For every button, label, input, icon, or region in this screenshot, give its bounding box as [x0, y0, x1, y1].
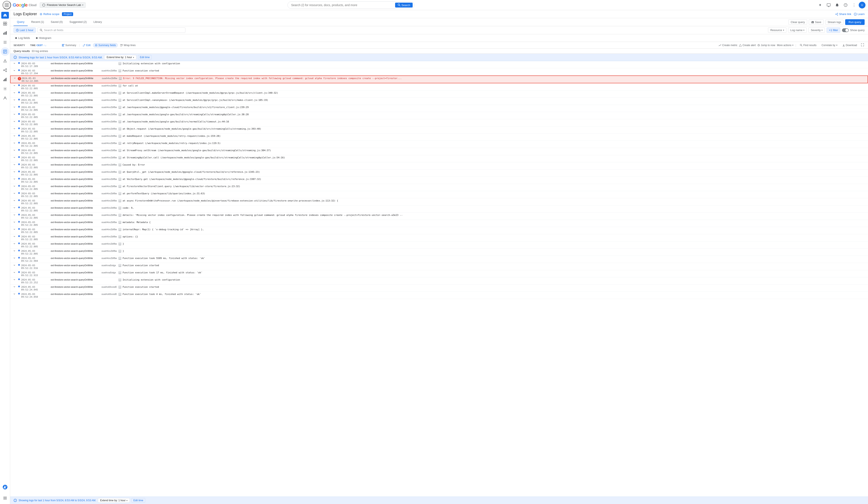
share-link-button[interactable]: Share link	[835, 12, 851, 16]
log-entry[interactable]: 2024-05-03 09:52:17.394ext-firestore-vec…	[10, 68, 868, 75]
severity-column-header[interactable]: Severity	[13, 44, 25, 47]
wrap-lines-button[interactable]: Wrap lines	[119, 43, 137, 47]
expand-row-icon[interactable]	[13, 148, 17, 152]
log-entry[interactable]: 2024-05-03 09:52:24.045ext-firestore-vec…	[10, 285, 868, 292]
log-entry[interactable]: 2024-05-03 09:52:22.805ext-firestore-vec…	[10, 220, 868, 227]
expand-row-icon[interactable]	[13, 112, 17, 116]
severity-filter-button[interactable]: Severity ▾	[808, 28, 825, 33]
log-entry[interactable]: 2024-05-03 09:52:22.904ext-firestore-vec…	[10, 256, 868, 263]
search-all-fields-input[interactable]: Search all fields	[38, 28, 185, 33]
log-entry[interactable]: 2024-05-03 09:52:22.805ext-firestore-vec…	[10, 205, 868, 213]
expand-row-icon[interactable]	[13, 170, 17, 173]
expand-row-icon[interactable]	[13, 235, 17, 238]
tab-query[interactable]: Query	[13, 18, 28, 26]
log-fields-button[interactable]: Log fields	[13, 35, 32, 40]
stream-logs-button[interactable]: Stream logs	[825, 20, 844, 25]
expand-row-icon[interactable]	[13, 220, 17, 224]
jump-to-now-button[interactable]: Jump to now	[757, 44, 775, 47]
expand-row-icon[interactable]	[13, 141, 17, 144]
log-entry[interactable]: 2024-05-03 09:52:22.916ext-firestore-vec…	[10, 263, 868, 270]
sidebar-item-home[interactable]	[1, 12, 9, 19]
time-range-button[interactable]: Last 1 hour	[13, 28, 36, 33]
additional-filter-button[interactable]: +1 filter	[827, 28, 840, 33]
expand-row-icon[interactable]	[13, 192, 17, 195]
log-entry[interactable]: 2024-05-03 09:52:23.252ext-firestore-vec…	[10, 277, 868, 285]
time-column-header[interactable]: Time CEST ↑ ↓	[30, 44, 46, 47]
expand-row-icon[interactable]	[14, 76, 17, 80]
expand-row-icon[interactable]	[13, 177, 17, 180]
extend-time-button[interactable]: Extend time by: 1 hour ▾	[104, 55, 136, 60]
log-entry[interactable]: 2024-05-03 09:52:22.805ext-firestore-vec…	[10, 169, 868, 177]
notifications-icon-button[interactable]	[833, 1, 841, 9]
expand-row-icon[interactable]	[13, 69, 17, 72]
extend-time-button-bottom[interactable]: Extend time by: 1 hour ▾	[98, 498, 130, 503]
expand-row-icon[interactable]	[13, 292, 17, 295]
create-metric-button[interactable]: Create metric	[719, 44, 737, 47]
log-entry[interactable]: 2024-05-03 09:52:22.805ext-firestore-vec…	[10, 249, 868, 256]
expand-row-icon[interactable]	[13, 278, 17, 281]
expand-row-icon[interactable]	[13, 256, 17, 259]
expand-row-icon[interactable]	[13, 91, 17, 94]
correlate-by-button[interactable]: Correlate by ▾	[820, 43, 839, 47]
download-button[interactable]: Download	[841, 43, 859, 47]
log-entry[interactable]: 2024-05-03 09:52:22.805ext-firestore-vec…	[10, 241, 868, 249]
sort-up-arrow[interactable]: ↑	[43, 44, 45, 47]
expand-row-icon[interactable]	[13, 120, 17, 123]
expand-row-icon[interactable]	[13, 227, 17, 231]
sort-down-arrow[interactable]: ↓	[45, 44, 46, 47]
expand-row-icon[interactable]	[13, 134, 17, 137]
expand-row-icon[interactable]	[13, 84, 17, 87]
expand-row-icon[interactable]	[13, 184, 17, 187]
show-query-toggle[interactable]: Show query	[842, 28, 865, 32]
expand-row-icon[interactable]	[13, 105, 17, 109]
find-results-button[interactable]: Find results	[798, 43, 818, 47]
hamburger-button[interactable]	[2, 1, 11, 9]
sidebar-item-list[interactable]	[1, 38, 9, 47]
sidebar-item-charts[interactable]	[1, 29, 9, 37]
log-entry[interactable]: 2024-05-03 09:52:22.805ext-firestore-vec…	[10, 198, 868, 205]
clear-query-button[interactable]: Clear query	[788, 19, 807, 25]
log-entry[interactable]: !2024-05-03 09:52:22.805ext-firestore-ve…	[10, 75, 868, 83]
help-icon-button[interactable]: ?	[842, 1, 849, 9]
log-entry[interactable]: 2024-05-03 09:52:22.805ext-firestore-vec…	[10, 177, 868, 184]
create-alert-button[interactable]: Create alert	[739, 44, 756, 47]
sidebar-item-user[interactable]	[1, 94, 9, 102]
learn-button[interactable]: ? Learn	[854, 12, 865, 16]
global-search-button[interactable]: Search	[395, 2, 413, 7]
log-entry[interactable]: 2024-05-03 09:52:22.933ext-firestore-vec…	[10, 270, 868, 277]
expand-all-button[interactable]	[860, 43, 865, 48]
expand-row-icon[interactable]	[13, 156, 17, 159]
expand-row-icon[interactable]	[13, 127, 17, 130]
log-entry[interactable]: 2024-05-03 09:52:22.805ext-firestore-vec…	[10, 191, 868, 198]
expand-row-icon[interactable]	[13, 285, 17, 288]
monitor-icon-button[interactable]	[825, 1, 833, 9]
log-entry[interactable]: 2024-05-03 09:52:22.805ext-firestore-vec…	[10, 112, 868, 119]
sidebar-item-menu[interactable]	[1, 494, 9, 502]
sidebar-item-logs[interactable]	[1, 47, 9, 56]
log-entry[interactable]: 2024-05-03 09:52:22.805ext-firestore-vec…	[10, 91, 868, 98]
expand-row-icon[interactable]	[13, 98, 17, 101]
expand-row-icon[interactable]	[13, 249, 17, 252]
expand-row-icon[interactable]	[13, 242, 17, 245]
log-entry[interactable]: 2024-05-03 09:52:22.805ext-firestore-vec…	[10, 134, 868, 141]
log-entry[interactable]: 2024-05-03 09:52:22.805ext-firestore-vec…	[10, 83, 868, 91]
sidebar-item-dashboard[interactable]	[1, 19, 9, 28]
tab-suggested[interactable]: Suggested (2)	[66, 18, 90, 26]
more-actions-button[interactable]: More actions ▾	[777, 44, 793, 47]
refine-scope-button[interactable]: Refine scope	[40, 12, 59, 16]
tab-library[interactable]: Library	[90, 18, 105, 26]
log-entry[interactable]: 2024-05-03 09:52:22.805ext-firestore-vec…	[10, 184, 868, 191]
tab-recent[interactable]: Recent (1)	[28, 18, 47, 26]
sidebar-item-alerts[interactable]	[1, 56, 9, 65]
edit-button[interactable]: Edit	[82, 43, 92, 47]
histogram-button[interactable]: Histogram	[34, 35, 53, 40]
sidebar-item-settings[interactable]	[1, 84, 9, 93]
resource-filter-button[interactable]: Resource ▾	[768, 28, 786, 33]
summary-fields-button[interactable]: Summary fields	[93, 43, 118, 47]
run-query-button[interactable]: Run query	[845, 19, 865, 25]
expand-row-icon[interactable]	[13, 62, 17, 65]
log-entry[interactable]: 2024-05-03 09:52:22.805ext-firestore-vec…	[10, 126, 868, 134]
log-entry[interactable]: 2024-05-03 09:52:22.805ext-firestore-vec…	[10, 141, 868, 148]
log-entry[interactable]: 2024-05-03 09:52:22.805ext-firestore-vec…	[10, 155, 868, 162]
user-avatar[interactable]: U	[859, 2, 866, 9]
